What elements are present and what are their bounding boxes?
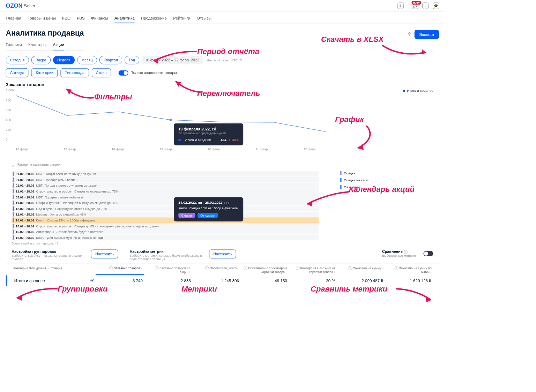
page-title: Аналитика продавца bbox=[6, 29, 84, 38]
metrics-sub: Выберите метрики, которые будут отображе… bbox=[129, 254, 205, 261]
share-icon[interactable]: ⇪ bbox=[407, 31, 411, 38]
nav-main[interactable]: Главная bbox=[6, 13, 21, 23]
filter-promo[interactable]: Акция bbox=[92, 68, 111, 77]
cell-visitors-card: 49 150 bbox=[241, 278, 289, 283]
tab-promotions[interactable]: Акции bbox=[53, 40, 64, 50]
logo-sub: Seller bbox=[24, 3, 36, 8]
period-month[interactable]: Месяц bbox=[77, 56, 97, 64]
promo-search-input[interactable]: Введите название акции bbox=[6, 160, 439, 169]
table-header: Категория 3-го уровня → Товары ?Заказано… bbox=[6, 263, 439, 275]
gantt-row[interactable]: 12.02 - 28.02Мебель : Хиты со скидкой до… bbox=[12, 212, 319, 217]
chart: Итого и среднее 1 000 800 600 400 200 0 … bbox=[6, 89, 439, 155]
svg-point-0 bbox=[169, 119, 172, 121]
chart-x-labels: 16 февр17 февр18 февр19 февр20 февр21 фе… bbox=[16, 147, 316, 151]
gantt-legend: Скидка Скидка на сток От суммы bbox=[340, 171, 368, 192]
settings-row: Настройка группировок Выберите, как буду… bbox=[6, 249, 439, 261]
topbar: OZON Seller ♛ 💬 999+ ? 🎓 bbox=[0, 0, 445, 12]
th-sum-promo[interactable]: ?Заказано на сумму по акции↓ bbox=[385, 265, 433, 274]
period-week[interactable]: Неделя bbox=[53, 56, 75, 64]
compare-sub: Выберите две метрики bbox=[382, 254, 416, 257]
notifications-icon[interactable]: 💬 999+ bbox=[408, 2, 418, 9]
period-quarter[interactable]: Квартал bbox=[99, 56, 122, 64]
timezone-label: Часовой пояс: UTC+3 bbox=[207, 58, 242, 62]
academy-icon[interactable]: 🎓 bbox=[433, 2, 439, 9]
cell-sum: 2 090 487 ₽ bbox=[337, 278, 385, 283]
gantt-tooltip: 14.02.2022, пн - 28.02.2022, пн Книги : … bbox=[174, 197, 243, 221]
logo: OZON bbox=[6, 2, 23, 9]
promo-calendar: Скидка Скидка на сток От суммы 01.02 - 2… bbox=[12, 171, 319, 240]
nav-fbo[interactable]: FBO bbox=[62, 13, 70, 23]
date-range[interactable]: 16 февр. 2022 – 22 февр. 2022 bbox=[142, 56, 203, 64]
gantt-row[interactable]: 15.02 - 28.02Книги : Для смелых мужчин и… bbox=[12, 235, 319, 240]
metrics-title: Настройка метрик bbox=[129, 249, 205, 254]
th-visitors[interactable]: ?Посетители, всего↓ bbox=[192, 265, 240, 274]
crown-icon[interactable]: ♛ bbox=[397, 2, 404, 9]
nav-promo[interactable]: Продвижение bbox=[141, 13, 167, 23]
cell-ordered: 3 749 bbox=[96, 278, 144, 283]
nav-ratings[interactable]: Рейтинги bbox=[173, 13, 190, 23]
period-yesterday[interactable]: Вчера bbox=[31, 56, 50, 64]
gantt-row[interactable]: 11.02 - 28.02Строительство и ремонт: Ски… bbox=[12, 188, 319, 194]
metrics-setup-button[interactable]: Настроить bbox=[209, 249, 236, 258]
gantt-row[interactable]: 15.02 - 28.02Автотовары : Автолюбитель б… bbox=[12, 229, 319, 235]
subtabs: Графики Кластеры Акции bbox=[6, 40, 84, 51]
promo-only-label: Только акционные товары bbox=[131, 71, 177, 75]
gantt-row[interactable]: 05.02 - 28.02МБТ: Подарки самым любимым! bbox=[12, 194, 319, 200]
th-conversion[interactable]: ?Конверсия в корзину из карточки товара↓ bbox=[289, 265, 337, 274]
nav-analytics[interactable]: Аналитика bbox=[114, 13, 135, 23]
tab-charts[interactable]: Графики bbox=[6, 40, 22, 50]
chart-legend: Итого и среднее bbox=[403, 89, 433, 93]
chart-title: Заказано товаров bbox=[6, 82, 439, 87]
chart-tooltip: 19 февраля 2022, сб По сравнению с преды… bbox=[174, 123, 243, 145]
gantt-total: Всего акций в этом периоде: 45 bbox=[12, 241, 439, 245]
gantt-row[interactable]: 12.02 - 28.02Сад и дача : Распродажа сто… bbox=[12, 206, 319, 211]
th-ordered-promo[interactable]: ?Заказано товаров по акции↓ bbox=[144, 265, 192, 274]
cell-conversion: 20 % bbox=[289, 278, 337, 283]
nav-reviews[interactable]: Отзывы bbox=[197, 13, 212, 23]
chart-svg bbox=[16, 89, 326, 146]
help-icon[interactable]: ? bbox=[422, 2, 429, 9]
export-button[interactable]: Экспорт bbox=[415, 30, 439, 39]
compare-toggle[interactable] bbox=[423, 251, 433, 256]
th-ordered[interactable]: ?Заказано товаров↓ bbox=[96, 265, 144, 274]
th-sum[interactable]: ?Заказано на сумму↓ bbox=[337, 265, 385, 274]
nav-products[interactable]: Товары и цены bbox=[28, 13, 56, 23]
gantt-row[interactable]: 15.02 - 28.02Строительство и ремонт: Ски… bbox=[12, 223, 319, 229]
svg-marker-8 bbox=[426, 296, 431, 302]
notification-badge: 999+ bbox=[412, 1, 421, 5]
gantt-row[interactable]: 14.02 - 28.02Книги : Скидка 15% от 1000р… bbox=[12, 217, 319, 223]
filter-categories[interactable]: Категории bbox=[31, 68, 58, 77]
nav-fbs[interactable]: FBS bbox=[77, 13, 85, 23]
period-row: Сегодня Вчера Неделя Месяц Квартал Год 1… bbox=[6, 56, 439, 64]
svg-marker-7 bbox=[17, 295, 22, 301]
tab-clusters[interactable]: Кластеры bbox=[28, 40, 46, 50]
chart-cursor-line bbox=[165, 87, 165, 144]
gantt-row[interactable]: 01.02 - 28.02МБТ: Погода в доме с лучшим… bbox=[12, 183, 319, 188]
filter-row: Артикул Категории Тип склада Акция Тольк… bbox=[6, 68, 439, 77]
promo-only-toggle[interactable] bbox=[118, 70, 128, 75]
grouping-setup-button[interactable]: Настроить bbox=[91, 249, 118, 258]
table-row-total[interactable]: Итого и среднее👁 3 749 2 833 1 245 306 4… bbox=[6, 275, 439, 286]
gantt-row[interactable]: 11.02 - 28.02Спорт и туризм : Очевидная … bbox=[12, 200, 319, 206]
compare-title: Сравнение ? bbox=[382, 249, 416, 254]
gantt-row[interactable]: 01.02 - 28.02МБТ: Преобразись к весне! bbox=[12, 177, 319, 182]
filter-sku[interactable]: Артикул bbox=[6, 68, 29, 77]
main-nav: Главная Товары и цены FBO FBS Финансы Ан… bbox=[0, 12, 445, 23]
cell-sum-promo: 1 620 128 ₽ bbox=[385, 278, 433, 283]
gantt-row[interactable]: 01.02 - 28.02МБТ: Скидки всем на технику… bbox=[12, 171, 319, 177]
grouping-title: Настройка группировок bbox=[12, 249, 87, 254]
th-category[interactable]: Категория 3-го уровня → Товары bbox=[12, 265, 96, 274]
th-visitors-card[interactable]: ?Посетители с просмотром карточки товара… bbox=[240, 265, 289, 274]
period-today[interactable]: Сегодня bbox=[6, 56, 29, 64]
cell-ordered-promo: 2 833 bbox=[144, 278, 193, 283]
cell-visitors: 1 245 306 bbox=[193, 278, 241, 283]
eye-icon[interactable]: 👁 bbox=[90, 278, 95, 284]
filter-stock-type[interactable]: Тип склада bbox=[61, 68, 89, 77]
period-year[interactable]: Год bbox=[125, 56, 139, 64]
grouping-sub: Выберите, как будут показаны товары и в … bbox=[12, 254, 87, 261]
row-label: Итого и среднее bbox=[14, 278, 45, 283]
nav-finance[interactable]: Финансы bbox=[91, 13, 108, 23]
